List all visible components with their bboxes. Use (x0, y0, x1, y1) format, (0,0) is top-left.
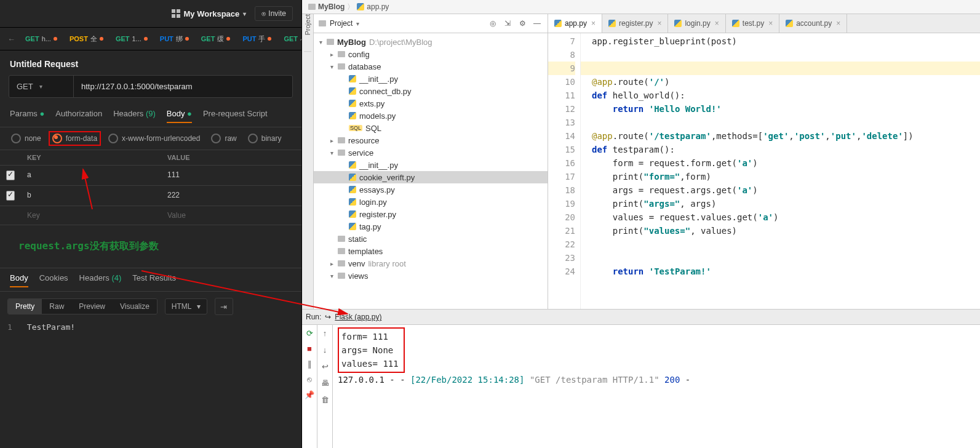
stop-icon[interactable]: ■ (307, 344, 312, 353)
resp-tab-tests[interactable]: Test Results (132, 268, 176, 287)
history-tab[interactable]: PUT 绑 (155, 32, 194, 46)
tree-node[interactable]: SQLSQL (314, 122, 548, 134)
hide-icon[interactable]: — (532, 18, 543, 29)
ide-left-rail[interactable]: Project (302, 14, 314, 309)
down-icon[interactable]: ↓ (323, 345, 327, 354)
gear-icon[interactable]: ⚙ (517, 18, 528, 29)
body-type-xwww[interactable]: x-www-form-urlencoded (108, 134, 200, 143)
tree-node[interactable]: ▸resource (314, 134, 548, 146)
close-icon[interactable]: × (591, 19, 596, 28)
request-url-input[interactable]: http://127.0.0.1:5000/testparam (74, 76, 292, 97)
close-icon[interactable]: × (768, 19, 773, 28)
tree-node[interactable]: connect_db.py (314, 85, 548, 97)
body-type-binary[interactable]: binary (248, 134, 282, 143)
body-type-form-data[interactable]: form-data (49, 131, 101, 146)
tree-node[interactable]: ▸config (314, 48, 548, 60)
resp-tab-cookies[interactable]: Cookies (39, 268, 68, 287)
tab-params[interactable]: Params ● (10, 106, 44, 123)
history-back-icon[interactable]: ← (4, 34, 19, 44)
value-placeholder[interactable]: Value (161, 206, 301, 225)
trash-icon[interactable]: 🗑 (321, 395, 329, 404)
tree-node[interactable]: essays.py (314, 183, 548, 196)
row-checkbox[interactable] (0, 186, 21, 206)
tree-node[interactable]: static (314, 233, 548, 245)
close-icon[interactable]: × (657, 19, 661, 28)
locate-icon[interactable]: ◎ (487, 18, 498, 29)
view-raw[interactable]: Raw (42, 299, 71, 314)
expand-icon[interactable]: ⇲ (502, 18, 513, 29)
tree-node[interactable]: cookie_verift.py (314, 171, 548, 183)
tree-node[interactable]: login.py (314, 196, 548, 208)
breadcrumb-file[interactable]: app.py (357, 2, 389, 11)
tree-node[interactable]: __init__.py (314, 73, 548, 85)
key-cell[interactable]: a (21, 166, 161, 185)
pin-icon[interactable]: 📌 (305, 390, 314, 399)
history-tab[interactable]: GET 缓 (196, 32, 236, 46)
body-type-none[interactable]: none (11, 134, 41, 143)
history-tab[interactable]: PUT 手 (237, 32, 276, 46)
view-visualize[interactable]: Visualize (113, 299, 157, 314)
value-cell[interactable]: 111 (161, 166, 301, 185)
console-output[interactable]: form= 111args= Nonevalues= 111 127.0.0.1… (333, 325, 980, 448)
postman-panel: My Workspace ▾ ⍟ Invite ← GET h...POST 全… (0, 0, 302, 448)
invite-button[interactable]: ⍟ Invite (255, 6, 293, 21)
tree-node[interactable]: register.py (314, 208, 548, 220)
tree-node[interactable]: tag.py (314, 220, 548, 233)
editor-tab[interactable]: register.py× (602, 14, 668, 33)
tree-node[interactable]: ▾views (314, 270, 548, 282)
value-cell[interactable]: 222 (161, 186, 301, 206)
view-preview[interactable]: Preview (71, 299, 113, 314)
tree-node[interactable]: ▾service (314, 146, 548, 159)
soft-wrap-icon[interactable]: ↩ (322, 362, 329, 371)
resp-tab-headers[interactable]: Headers (4) (79, 268, 122, 287)
tree-node[interactable]: models.py (314, 110, 548, 122)
workspace-switcher[interactable]: My Workspace ▾ (172, 9, 247, 18)
invite-icon: ⍟ (261, 9, 266, 18)
tab-prereq-script[interactable]: Pre-request Script (203, 106, 268, 123)
history-tab[interactable]: POST 全 (65, 32, 108, 46)
key-cell[interactable]: b (21, 186, 161, 206)
chevron-down-icon[interactable]: ▾ (356, 20, 359, 27)
history-tab[interactable]: GET 1... (111, 32, 153, 46)
chevron-down-icon: ▾ (243, 10, 246, 17)
tree-node[interactable]: templates (314, 245, 548, 257)
tree-node[interactable]: __init__.py (314, 159, 548, 171)
project-tree[interactable]: ▾MyBlog D:\project\MyBlog ▸config ▾datab… (314, 33, 548, 309)
tab-body[interactable]: Body ● (167, 106, 192, 123)
history-tab[interactable]: GET 小 (279, 32, 301, 46)
row-checkbox[interactable] (0, 206, 21, 225)
tree-node[interactable]: ▾database (314, 60, 548, 73)
format-select[interactable]: HTML▾ (165, 298, 207, 314)
wrap-toggle[interactable]: ⇥ (215, 298, 233, 315)
tree-node[interactable]: exts.py (314, 97, 548, 110)
tree-node[interactable]: ▾MyBlog D:\project\MyBlog (314, 36, 548, 48)
breadcrumb-folder[interactable]: MyBlog (308, 2, 345, 11)
project-header-label[interactable]: Project (330, 19, 353, 28)
tree-node[interactable]: ▸venv library root (314, 257, 548, 270)
editor-tab[interactable]: login.py× (668, 14, 725, 33)
key-placeholder[interactable]: Key (21, 206, 161, 225)
log-ip: 127.0.0.1 - - (338, 375, 410, 385)
view-pretty[interactable]: Pretty (8, 299, 42, 314)
resp-tab-body[interactable]: Body (10, 268, 28, 287)
tab-authorization[interactable]: Authorization (55, 106, 102, 123)
editor-tab[interactable]: test.py× (726, 14, 779, 33)
body-type-raw[interactable]: raw (211, 134, 236, 143)
exit-icon[interactable]: ⎋ (307, 375, 312, 384)
editor-tab[interactable]: app.py× (548, 14, 602, 33)
rerun-icon[interactable]: ⟳ (306, 329, 313, 338)
python-file-icon (349, 174, 356, 181)
request-title[interactable]: Untitled Request (0, 50, 301, 75)
row-checkbox[interactable] (0, 166, 21, 185)
code-editor[interactable]: 789101112131415161718192021222324 app.re… (548, 33, 980, 309)
up-icon[interactable]: ↑ (323, 329, 327, 338)
editor-tab[interactable]: account.py× (779, 14, 847, 33)
print-icon[interactable]: 🖶 (321, 378, 329, 388)
close-icon[interactable]: × (715, 19, 719, 28)
http-method-select[interactable]: GET ▾ (9, 76, 74, 97)
close-icon[interactable]: × (836, 19, 840, 28)
run-config-name[interactable]: Flask (app.py) (335, 313, 381, 321)
pause-icon[interactable]: ‖ (308, 359, 312, 369)
tab-headers[interactable]: Headers (9) (113, 106, 156, 123)
history-tab[interactable]: GET h... (20, 32, 62, 46)
